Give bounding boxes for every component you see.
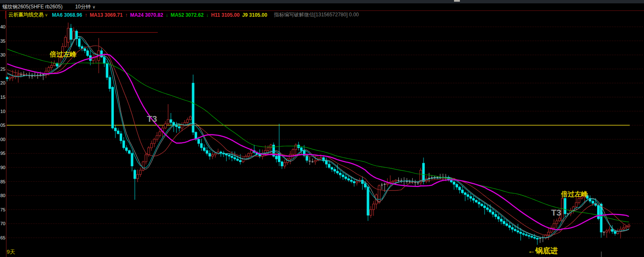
trend-arrow-icon: ↑ [85,12,87,18]
candle-body [284,162,286,166]
candle-body [142,162,144,170]
candle-body [606,231,608,232]
candle-body [531,236,533,237]
candle-body [481,204,483,206]
candle-body [525,234,527,235]
candle-body [475,200,477,202]
candle-body [259,154,261,156]
candle-body [484,206,486,208]
chevron-down-icon[interactable]: ∨ [45,13,48,17]
candle-body [464,193,466,194]
candle-body [181,125,183,128]
candle-body [220,152,222,153]
candle-body [167,120,169,124]
candle-body [164,124,167,128]
period-selector[interactable]: 10分钟 [75,3,90,10]
candle-body [12,77,14,78]
y-axis-label: 70 [0,221,5,226]
candle-body [153,139,155,144]
candle-body [200,144,203,148]
candle-body [187,120,189,123]
candle-body [123,141,125,148]
trend-arrow-icon: ↓ [166,12,168,18]
candle-body [456,184,458,187]
y-axis-label: 05 [0,123,5,128]
candle-body [356,182,358,183]
price-chart[interactable]: 40353025201510050095908580757065倍过左峰T3倍过… [0,0,644,257]
candle-body [378,186,380,203]
candle-body [112,87,114,128]
candle-body [67,28,69,42]
y-axis-label: 65 [0,235,5,240]
symbol-title: 螺纹钢2605(SHFE rb2605) [3,3,62,10]
ma-legend-items: MA6 3068.96↑MA13 3069.71↑MA24 3070.82↓MA… [52,12,269,18]
ma13-line [7,46,629,235]
y-axis-label: 00 [0,137,5,142]
candle-body [528,235,530,236]
candle-body [314,160,316,162]
candle-body [226,154,228,155]
candle-body [423,163,425,182]
candle-body [372,204,375,209]
candle-body [228,155,230,157]
candle-body [117,131,119,134]
candle-body [211,155,213,156]
ma-legend-item: MA52 3072.62 [171,12,204,18]
chart-annotation: 倍过左峰 [49,51,77,58]
candle-body [331,167,333,169]
candle-body [561,198,563,221]
candle-body [478,202,480,204]
candle-body [467,195,469,196]
candle-body [9,78,11,79]
chart-annotation: T3 [551,208,562,217]
candle-body [120,134,122,141]
candle-body [520,232,522,234]
candle-body [267,148,269,151]
candle-body [198,139,200,144]
candle-body [70,28,72,39]
candle-body [134,170,136,179]
candle-body [625,226,627,228]
candle-body [459,187,461,190]
y-axis-label: 15 [0,95,5,100]
candle-body [392,181,394,182]
candle-body [48,67,50,71]
candle-body [622,228,624,229]
candle-body [64,37,67,46]
candle-body [514,229,516,231]
candle-body [281,162,283,166]
y-axis-label: 95 [0,151,5,156]
chart-annotation: 9天 [7,249,15,255]
candle-body [78,39,80,46]
ma6-line [7,37,629,238]
trend-arrow-icon: ↓ [206,12,209,18]
candle-body [367,187,369,215]
candle-body [239,160,241,162]
candle-body [556,221,558,224]
candle-body [353,182,355,183]
candle-body [608,229,611,231]
candle-body [275,156,277,159]
candle-body [233,157,236,159]
candle-body [248,153,250,156]
candle-body [495,214,497,217]
y-axis-label: 40 [0,24,5,29]
window-titlebar-strip [0,0,644,3]
candle-body [51,65,53,67]
candle-body [250,151,252,154]
candle-body [592,201,594,203]
symbol-header-row: 螺纹钢2605(SHFE rb2605) 10分钟 ∨ [0,3,644,10]
candle-body [553,224,555,228]
candle-body [508,226,511,227]
candle-body [6,77,8,79]
indicator-name[interactable]: 云析赢均线交易 [8,11,44,18]
candle-body [214,153,216,154]
candle-body [189,117,191,120]
candle-body [131,153,133,166]
y-axis-label: 10 [0,109,5,114]
window-tab-handle[interactable] [454,0,460,2]
candle-body [136,175,139,179]
candle-body [53,63,55,65]
chevron-down-icon[interactable]: ∨ [92,5,95,9]
candle-body [320,157,322,159]
